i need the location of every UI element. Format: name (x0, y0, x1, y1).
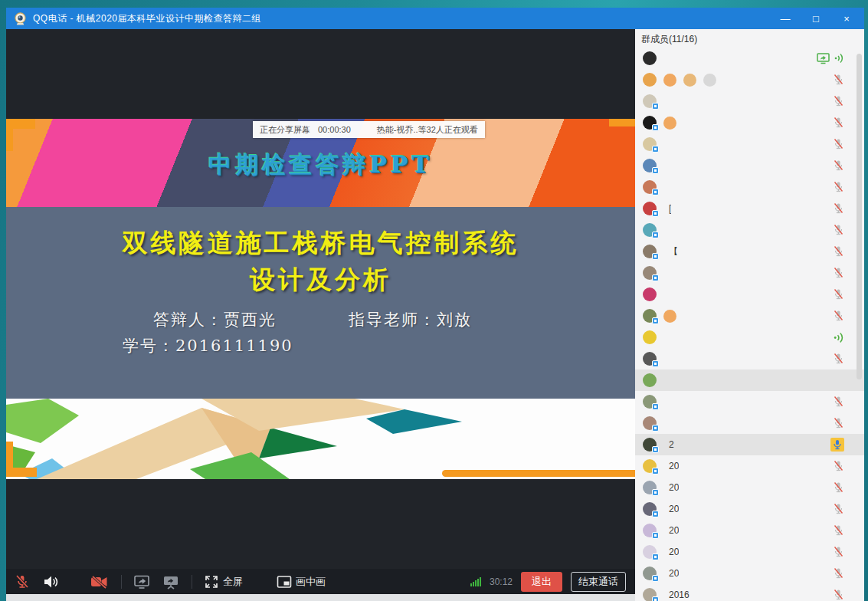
titlebar: QQ电话 - 机械2020届本科毕业设计中期检查答辩二组 — □ × (6, 8, 864, 29)
member-row[interactable]: 【 (635, 241, 864, 262)
camera-off-button[interactable] (90, 573, 110, 590)
muted-mic-icon[interactable] (833, 460, 844, 472)
muted-mic-icon[interactable] (833, 503, 844, 515)
member-row[interactable] (635, 391, 864, 412)
close-button[interactable]: × (837, 10, 857, 27)
muted-mic-icon[interactable] (833, 524, 844, 537)
device-badge (652, 511, 659, 517)
device-badge (652, 103, 659, 110)
picture-in-picture-button[interactable]: 画中画 (277, 575, 326, 589)
member-avatar (643, 524, 657, 537)
member-status (833, 245, 844, 258)
fullscreen-button[interactable]: 全屏 (204, 574, 243, 590)
member-row[interactable] (635, 369, 864, 391)
muted-mic-icon[interactable] (833, 267, 844, 279)
member-avatar (643, 245, 657, 258)
muted-mic-icon[interactable] (833, 245, 844, 258)
member-row[interactable]: 2016 (635, 584, 864, 601)
member-row[interactable] (635, 262, 864, 284)
muted-mic-icon[interactable] (833, 202, 844, 215)
call-toolbar: 全屏 画中画 30:12 退 (6, 569, 635, 594)
speaker-button[interactable] (42, 573, 59, 590)
muted-mic-icon[interactable] (833, 138, 844, 150)
member-row[interactable]: 20 (635, 498, 864, 520)
member-row[interactable]: 20 (635, 563, 864, 584)
member-row[interactable] (635, 90, 864, 112)
device-badge (652, 189, 659, 195)
muted-mic-icon[interactable] (833, 224, 844, 236)
microphone-muted-button[interactable] (14, 573, 31, 590)
member-status (833, 267, 844, 279)
extra-avatar (663, 310, 676, 323)
whiteboard-share-button[interactable] (162, 573, 180, 590)
end-call-button[interactable]: 结束通话 (571, 572, 626, 592)
screen-share-button[interactable] (133, 573, 150, 590)
member-avatar (643, 137, 657, 151)
muted-mic-icon[interactable] (833, 589, 844, 601)
exit-button[interactable]: 退出 (521, 572, 562, 592)
active-mic-icon[interactable] (830, 438, 844, 452)
muted-mic-icon[interactable] (833, 417, 844, 429)
shared-screen-area: 中期检查答辩PPT 双线隧道施工栈桥电气控制系统 设计及分析 答辩人：贾西光 指… (6, 29, 635, 601)
member-status (833, 95, 844, 107)
member-avatar (643, 202, 657, 215)
member-avatar (643, 330, 657, 344)
member-row[interactable] (635, 133, 864, 155)
member-row[interactable] (635, 412, 864, 434)
member-row[interactable]: [ (635, 198, 864, 219)
sidebar-scrollbar[interactable] (857, 54, 862, 379)
muted-mic-icon[interactable] (833, 95, 844, 107)
member-row[interactable] (635, 219, 864, 241)
member-row[interactable] (635, 327, 864, 348)
viewers-count-text: 热能-视乔..等32人正在观看 (377, 124, 478, 136)
muted-mic-icon[interactable] (833, 288, 844, 300)
member-row[interactable] (635, 284, 864, 305)
signal-strength-icon (470, 577, 481, 586)
member-row[interactable] (635, 305, 864, 327)
extra-avatar (683, 74, 696, 87)
muted-mic-icon[interactable] (833, 310, 844, 322)
member-row[interactable] (635, 176, 864, 198)
member-avatar (643, 588, 657, 601)
member-row[interactable] (635, 112, 864, 133)
member-avatar (643, 94, 657, 108)
muted-mic-icon[interactable] (833, 181, 844, 193)
member-row[interactable]: 2 (635, 434, 864, 455)
device-badge (652, 425, 659, 432)
member-row[interactable]: 20 (635, 477, 864, 498)
extra-avatar (703, 74, 716, 87)
device-badge (652, 124, 659, 131)
member-status (833, 202, 844, 215)
muted-mic-icon[interactable] (833, 353, 844, 365)
member-row[interactable] (635, 69, 864, 90)
member-avatar (643, 180, 657, 194)
device-badge (652, 274, 659, 281)
member-status (830, 438, 844, 452)
muted-mic-icon[interactable] (833, 117, 844, 129)
member-name: 20 (669, 547, 679, 557)
member-status (833, 224, 844, 236)
muted-mic-icon[interactable] (833, 481, 844, 494)
member-row[interactable]: 20 (635, 455, 864, 477)
muted-mic-icon[interactable] (833, 159, 844, 172)
slide-people-row: 答辩人：贾西光 指导老师：刘放 (6, 309, 635, 332)
member-status (833, 460, 844, 472)
device-badge (652, 253, 659, 260)
maximize-button[interactable]: □ (806, 10, 826, 27)
member-avatar (643, 567, 657, 580)
member-row[interactable] (635, 348, 864, 369)
member-row[interactable]: 20 (635, 541, 864, 563)
member-avatar (643, 373, 657, 387)
muted-mic-icon[interactable] (833, 567, 844, 580)
qq-call-window: QQ电话 - 机械2020届本科毕业设计中期检查答辩二组 — □ × (6, 8, 864, 601)
member-row[interactable] (635, 48, 864, 69)
muted-mic-icon[interactable] (833, 74, 844, 86)
muted-mic-icon[interactable] (833, 396, 844, 408)
minimize-button[interactable]: — (775, 10, 795, 27)
member-list: [ (635, 48, 864, 601)
member-row[interactable] (635, 155, 864, 176)
sharing-status-banner: 正在分享屏幕 00:00:30 热能-视乔..等32人正在观看 (253, 121, 485, 138)
member-row[interactable]: 20 (635, 520, 864, 541)
muted-mic-icon[interactable] (833, 546, 844, 558)
pip-label: 画中画 (296, 575, 326, 589)
